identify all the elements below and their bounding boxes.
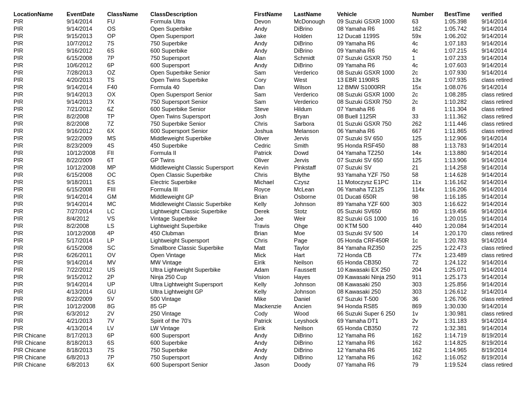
table-cell: Verderico xyxy=(291,98,334,105)
table-cell: 450 Clubman xyxy=(147,229,251,237)
table-cell: 7/21/2012 xyxy=(64,105,104,113)
table-cell: 15x xyxy=(409,83,441,91)
table-cell: class retired xyxy=(478,310,522,317)
table-row: PIR4/13/2014LVLW VintageEirikNeilson65 H… xyxy=(10,324,522,332)
table-cell: 03 Suzuki SV 500 xyxy=(334,229,409,237)
table-cell: 9/14/2014 xyxy=(478,281,522,288)
table-row: PIR8/2/2008TPOpen Twins SupersportJoshBr… xyxy=(10,113,522,120)
table-cell: Hayes xyxy=(291,273,334,281)
table-cell: 12 Yamaha R6 xyxy=(334,354,409,361)
table-cell: 9/14/2013 xyxy=(64,98,104,105)
table-cell: 9/14/2014 xyxy=(64,200,104,208)
table-cell: 6P xyxy=(104,332,148,339)
table-cell: 7S xyxy=(104,346,148,354)
table-cell: Electric Superbike xyxy=(147,178,251,186)
table-cell: 6S xyxy=(104,339,148,346)
table-cell: 1:14.825 xyxy=(441,339,478,346)
table-cell: LS xyxy=(104,222,148,229)
table-cell: PIR xyxy=(10,47,64,54)
results-table: LocationNameEventDateClassNameClassDescr… xyxy=(10,10,522,368)
table-cell: PIR xyxy=(10,251,64,259)
table-cell: 8/22/2009 xyxy=(64,156,104,164)
table-cell: 1:07.935 xyxy=(441,76,478,83)
table-cell: 9/18/2011 xyxy=(64,178,104,186)
table-cell: Johnson xyxy=(291,281,334,288)
table-cell: OS xyxy=(104,25,148,32)
table-cell: 12 Yamaha R6 xyxy=(334,346,409,354)
table-cell: 4c xyxy=(409,40,441,47)
table-cell: 1:20.783 xyxy=(441,237,478,244)
table-cell: Cedric xyxy=(251,142,291,149)
table-cell: 8/19/2014 xyxy=(478,354,522,361)
table-cell: Jason xyxy=(251,361,291,368)
table-cell: 12 Yamaha R6 xyxy=(334,339,409,346)
table-cell: 36 xyxy=(409,295,441,303)
table-cell: Kelly xyxy=(251,281,291,288)
table-row: PIR8/4/2012VSVintage SuperbikeJoeWeir82 … xyxy=(10,215,522,222)
table-cell: 1:32.381 xyxy=(441,324,478,332)
table-cell: Matt xyxy=(251,244,291,251)
table-cell: Ancien xyxy=(291,303,334,310)
table-cell: 2c xyxy=(409,98,441,105)
table-cell: 225 xyxy=(409,244,441,251)
table-cell: 72 xyxy=(409,324,441,332)
table-cell: 9/15/2013 xyxy=(64,32,104,40)
table-cell: DiBrino xyxy=(291,40,334,47)
table-header-row: LocationNameEventDateClassNameClassDescr… xyxy=(10,10,522,18)
table-cell: Johnson xyxy=(291,288,334,295)
table-cell: 65 Honda CB350 xyxy=(334,324,409,332)
table-cell: PIR xyxy=(10,222,64,229)
table-cell: 01 Suzuki GSXR 750 xyxy=(334,120,409,127)
table-cell: 09 Suzuki GSXR 1000 xyxy=(334,18,409,25)
table-cell: 7X xyxy=(104,98,148,105)
table-cell: 1:11.865 xyxy=(441,127,478,135)
table-cell: 750 Supersport Senior xyxy=(147,98,251,105)
table-cell: UP xyxy=(104,281,148,288)
table-cell: 1:19.524 xyxy=(441,361,478,368)
table-cell: 6Z xyxy=(104,105,148,113)
table-cell: Open Supersport xyxy=(147,32,251,40)
table-cell: Open Classic Superbike xyxy=(147,171,251,178)
table-cell: 1:26.706 xyxy=(441,295,478,303)
table-row: PIR9/14/2014OSOpen SuperbikeAndyDiBrino0… xyxy=(10,25,522,32)
table-cell: Middleweight Classic Superbike xyxy=(147,200,251,208)
table-cell: OC xyxy=(104,171,148,178)
table-row: PIR10/12/2008MPMiddleweight Classic Supe… xyxy=(10,164,522,171)
table-cell: PIR xyxy=(10,266,64,273)
table-cell: 13x xyxy=(409,76,441,83)
table-cell: Oliver xyxy=(251,156,291,164)
table-cell: 440 xyxy=(409,222,441,229)
table-cell: PIR xyxy=(10,76,64,83)
table-cell: 09 Kawasaki Ninja 250 xyxy=(334,273,409,281)
table-cell: 869 xyxy=(409,303,441,310)
table-cell: 1:31.183 xyxy=(441,317,478,324)
table-cell: OP xyxy=(104,32,148,40)
table-cell: Andy xyxy=(251,339,291,346)
table-cell: 1:14.628 xyxy=(441,171,478,178)
table-row: PIR9/22/2009MSMiddleweight SuperbikeOliv… xyxy=(10,135,522,142)
table-cell: 911 xyxy=(409,273,441,281)
table-cell: 8/19/2014 xyxy=(478,332,522,339)
table-cell: SC xyxy=(104,244,148,251)
table-cell: Hildum xyxy=(291,105,334,113)
table-cell: Stotz xyxy=(291,208,334,215)
column-header-besttime: BestTime xyxy=(441,10,478,18)
table-cell: Oliver xyxy=(251,135,291,142)
table-cell: 9/14/2014 xyxy=(478,288,522,295)
table-cell: Ohge xyxy=(291,222,334,229)
table-row: PIR9/14/2013OXOpen Supersport SeniorSamV… xyxy=(10,91,522,98)
table-cell: Travis xyxy=(251,222,291,229)
table-cell: Andy xyxy=(251,346,291,354)
table-cell: Spirit of the 70's xyxy=(147,317,251,324)
table-cell: Faussett xyxy=(291,266,334,273)
table-cell: 2V xyxy=(104,310,148,317)
table-cell: 9/14/2014 xyxy=(64,25,104,32)
table-cell: Neilson xyxy=(291,324,334,332)
table-cell: 7P xyxy=(104,354,148,361)
table-cell: 2c xyxy=(409,91,441,98)
table-row: PIR10/6/20126P600 SupersportAndyDiBrino0… xyxy=(10,62,522,69)
table-cell: PIR xyxy=(10,193,64,200)
table-cell: PIR xyxy=(10,295,64,303)
table-row: PIR8/2/2008LSLightweight SuperbikeTravis… xyxy=(10,222,522,229)
table-cell: 8/4/2012 xyxy=(64,215,104,222)
